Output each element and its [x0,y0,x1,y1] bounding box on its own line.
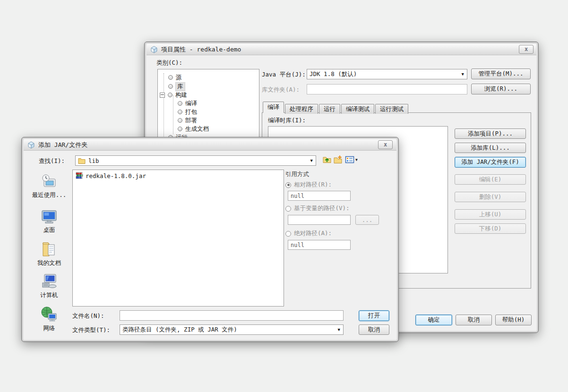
cancel-button[interactable]: 取消 [359,324,389,335]
file-list[interactable]: redkale-1.8.0.jar [72,170,284,307]
relative-path-label: 相对路径(R): [294,181,332,189]
network-icon [40,306,58,324]
tab-compile-tests[interactable]: 编译测试 [341,104,374,114]
absolute-path-option[interactable]: 绝对路径(A): [285,230,332,238]
file-list-item[interactable]: redkale-1.8.0.jar [76,172,146,179]
tree-item-label: 打包 [185,108,197,116]
compile-libs-label: 编译时库(I): [268,117,306,125]
libraries-folder-field[interactable] [307,84,467,94]
place-label: 最近使用... [32,191,67,199]
tree-item-javadoc[interactable]: 生成文档 [178,125,209,133]
add-jar-titlebar[interactable]: 添加 JAR/文件夹 [24,139,396,151]
close-icon[interactable]: x [519,45,534,54]
tree-item-label: 源 [176,74,182,82]
project-properties-titlebar[interactable]: 项目属性 - redkale-demo [146,44,536,55]
tree-bullet-icon [178,127,182,131]
documents-icon [40,240,58,258]
variable-path-label: 基于变量的路径(V): [294,205,350,213]
category-label: 类别(C): [156,59,182,67]
computer-icon [40,273,58,290]
view-menu-icon[interactable]: ▼ [345,155,358,164]
chevron-down-icon: ▼ [336,327,342,332]
place-label: 网络 [43,324,55,332]
file-type-value: 类路径条目 (文件夹, ZIP 或 JAR 文件) [122,326,237,334]
browse-button[interactable]: 浏览(R)... [471,84,531,94]
move-up-button[interactable]: 上移(U) [455,209,526,220]
tree-bullet-icon [168,84,173,89]
variable-path-field[interactable] [288,215,351,225]
chevron-down-icon: ▼ [355,158,358,162]
tab-run[interactable]: 运行 [319,104,340,114]
desktop-icon [40,208,58,225]
tab-run-tests[interactable]: 运行测试 [375,104,408,114]
tree-item-label: 构建 [175,91,187,99]
look-in-value: lib [88,157,99,164]
tree-item-build[interactable]: 构建 [160,91,187,99]
tree-item-compile[interactable]: 编译 [178,99,197,108]
dialog-title: 添加 JAR/文件夹 [38,141,87,149]
variable-path-option[interactable]: 基于变量的路径(V): [285,205,350,213]
tree-item-label: 编译 [185,100,197,108]
recent-icon [40,173,58,190]
tab-compile[interactable]: 编译 [263,102,284,113]
radio-icon[interactable] [285,231,291,237]
folder-icon [78,157,86,164]
help-button[interactable]: 帮助(H) [495,315,532,325]
file-type-label: 文件类型(T): [72,326,110,334]
java-platform-combo[interactable]: JDK 1.8 (默认) ▼ [307,69,467,79]
java-platform-value: JDK 1.8 (默认) [310,70,357,78]
place-network[interactable]: 网络 [27,306,71,332]
tree-item-libraries[interactable]: 库 [168,82,185,91]
file-type-combo[interactable]: 类路径条目 (文件夹, ZIP 或 JAR 文件) ▼ [120,324,344,335]
chevron-down-icon: ▼ [309,158,315,163]
place-computer[interactable]: 计算机 [27,273,71,299]
add-jar-folder-dialog: 添加 JAR/文件夹 x 查找(I): lib ▼ ▼ [21,137,399,342]
tree-bullet-icon [178,101,182,106]
remove-button[interactable]: 删除(V) [455,192,526,202]
absolute-path-field[interactable] [288,240,351,250]
cancel-button[interactable]: 取消 [456,315,492,325]
look-in-label: 查找(I): [39,157,65,165]
relative-path-field[interactable] [288,191,351,201]
new-folder-icon[interactable] [333,155,343,164]
tree-guide [173,95,173,134]
place-recent[interactable]: 最近使用... [27,173,71,199]
tree-bullet-icon [178,110,182,114]
add-library-button[interactable]: 添加库(L)... [455,143,526,153]
relative-path-option[interactable]: 相对路径(R): [285,181,332,189]
tree-item-sources[interactable]: 源 [168,73,182,82]
tree-item-label: 生成文档 [185,125,209,133]
add-jar-folder-button[interactable]: 添加 JAR/文件夹(F) [455,157,526,168]
tree-bullet-icon [168,93,172,97]
ok-button[interactable]: 确定 [415,315,452,325]
file-name-field[interactable] [120,310,344,321]
jar-file-icon [76,172,83,179]
place-documents[interactable]: 我的文档 [27,240,71,267]
tree-bullet-icon [178,118,182,123]
move-down-button[interactable]: 下移(D) [455,223,526,234]
chevron-down-icon: ▼ [460,72,466,77]
file-name: redkale-1.8.0.jar [86,172,146,179]
radio-icon[interactable] [285,206,291,212]
place-desktop[interactable]: 桌面 [27,208,71,234]
absolute-path-label: 绝对路径(A): [294,230,332,238]
libraries-folder-label: 库文件夹(A): [262,86,300,94]
tree-item-packaging[interactable]: 打包 [178,108,197,116]
variable-browse-button[interactable]: ... [355,215,379,225]
close-icon[interactable]: x [378,140,393,149]
edit-button[interactable]: 编辑(E) [455,174,526,185]
radio-selected-icon[interactable] [285,182,291,188]
tree-item-deploy[interactable]: 部署 [178,116,197,125]
tree-guide [164,73,164,137]
tree-expander-icon[interactable] [160,93,165,98]
tree-bullet-icon [168,75,173,80]
reference-group-label: 引用方式 [285,170,309,179]
up-one-level-icon[interactable] [322,155,332,164]
open-button[interactable]: 打开 [359,310,389,321]
tab-processor[interactable]: 处理程序 [285,104,318,114]
place-label: 我的文档 [37,259,61,267]
add-project-button[interactable]: 添加项目(P)... [455,128,526,139]
netbeans-cube-icon [150,46,158,53]
manage-platform-button[interactable]: 管理平台(M)... [471,68,531,79]
look-in-combo[interactable]: lib ▼ [75,155,316,166]
